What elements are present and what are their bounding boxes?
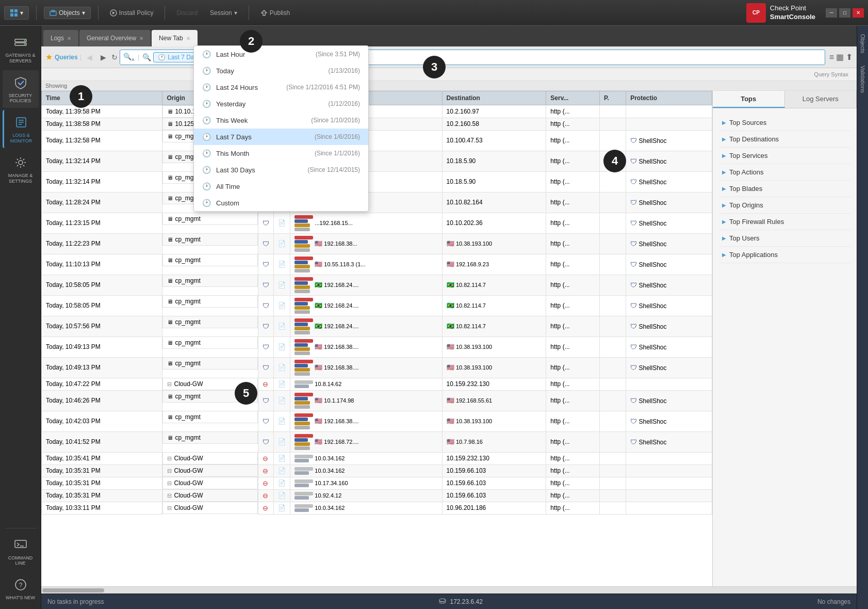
dropdown-item[interactable]: 🕐 All Time (194, 178, 368, 195)
table-row[interactable]: Today, 11:23:15 PM🖥 cp_mgmt🛡📄 ...192.168… (42, 213, 712, 233)
maximize-button[interactable]: □ (839, 8, 850, 18)
tops-item[interactable]: ▶Top Firewall Rules (719, 214, 850, 230)
table-row[interactable]: Today, 11:22:23 PM🖥 cp_mgmt🛡📄 🇺🇸 192.168… (42, 233, 712, 254)
search-button[interactable]: 🔍 (142, 53, 151, 61)
cell-source: 10.8.14.62 (290, 378, 442, 390)
tab-general-overview[interactable]: General Overview ✕ (79, 30, 151, 46)
cell-shield-icon: 🛡 (258, 336, 274, 357)
table-row[interactable]: Today, 11:28:24 PM🖥 cp_mgmt🛡📄 ...9.1.144… (42, 192, 712, 213)
table-row[interactable]: Today, 11:39:58 PM🖥 10.10.15......0.7.21… (42, 105, 712, 118)
tab-new-tab[interactable]: New Tab ✕ (152, 30, 197, 46)
sidebar-item-security-policies[interactable]: SECURITY POLICIES (3, 70, 39, 108)
app-menu-button[interactable]: ▾ (4, 6, 29, 20)
table-row[interactable]: Today, 10:35:41 PM⊟ Cloud-GW⊖📄 10.0.34.1… (42, 452, 712, 464)
table-row[interactable]: Today, 10:35:31 PM⊟ Cloud-GW⊖📄 10.17.34.… (42, 477, 712, 489)
tab-label: Logs (51, 35, 64, 42)
sidebar-item-command-line[interactable]: COMMAND LINE (3, 533, 39, 571)
cell-destination: 🇧🇷 10.82.114.7 (442, 316, 546, 336)
log-table-area[interactable]: Time Origin Source Destination Serv... P… (41, 91, 712, 586)
table-row[interactable]: Today, 10:41:52 PM🖥 cp_mgmt🛡📄 🇺🇸 192.168… (42, 431, 712, 452)
tops-item[interactable]: ▶Top Origins (719, 197, 850, 214)
validations-strip-item[interactable]: Validations (859, 59, 867, 99)
table-row[interactable]: Today, 10:57:56 PM🖥 cp_mgmt🛡📄 🇧🇷 192.168… (42, 316, 712, 336)
cell-source: 🇧🇷 192.168.24.... (290, 295, 442, 316)
install-policy-button[interactable]: Install Policy (106, 7, 158, 19)
sidebar-item-manage-settings[interactable]: MANAGE & SETTINGS (3, 150, 39, 188)
table-row[interactable]: Today, 10:35:31 PM⊟ Cloud-GW⊖📄 10.92.4.1… (42, 489, 712, 502)
dropdown-item[interactable]: 🕐 This Week (Since 1/10/2016) (194, 112, 368, 129)
sidebar-item-whats-new[interactable]: ? WHAT'S NEW (3, 572, 39, 605)
tops-item[interactable]: ▶Top Applications (719, 247, 850, 263)
dropdown-item[interactable]: 🕐 Last Hour (Since 3:51 PM) (194, 46, 368, 62)
close-button[interactable]: ✕ (853, 8, 864, 18)
table-row[interactable]: Today, 10:49:13 PM🖥 cp_mgmt🛡📄 🇺🇸 192.168… (42, 336, 712, 357)
star-icon: ? (12, 576, 29, 593)
favorite-button[interactable]: ★ (45, 52, 53, 62)
scroll-thumb[interactable] (42, 588, 104, 592)
minimize-button[interactable]: ─ (826, 8, 837, 18)
dropdown-item[interactable]: 🕐 This Month (Since 1/1/2016) (194, 145, 368, 162)
session-button[interactable]: Session ▾ (206, 7, 241, 19)
tops-item[interactable]: ▶Top Users (719, 230, 850, 247)
tab-close-general[interactable]: ✕ (139, 36, 143, 41)
sidebar-item-logs-monitor[interactable]: LOGS & MONITOR (3, 110, 39, 148)
table-row[interactable]: Today, 10:35:31 PM⊟ Cloud-GW⊖📄 10.0.34.1… (42, 464, 712, 477)
table-row[interactable]: Today, 11:32:58 PM🖥 cp_mgmt🛡📄 ...2.103.8… (42, 130, 712, 151)
table-row[interactable]: Today, 11:32:14 PM🖥 cp_mgmt🛡📄 ...92.168.… (42, 171, 712, 192)
tops-item[interactable]: ▶Top Services (719, 148, 850, 164)
cell-shield-icon: 🛡 (258, 275, 274, 295)
sidebar-item-gateways[interactable]: GATEWAYS & SERVERS (3, 30, 39, 68)
cell-source: 🇺🇸 10.1.174.98 (290, 390, 442, 411)
tops-item[interactable]: ▶Top Destinations (719, 131, 850, 148)
table-row[interactable]: Today, 10:47:22 PM⊟ Cloud-GW⊖📄 10.8.14.6… (42, 378, 712, 390)
cell-source: 10.17.34.160 (290, 477, 442, 489)
tab-log-servers[interactable]: Log Servers (785, 91, 857, 108)
tab-close-logs[interactable]: ✕ (67, 36, 71, 41)
table-row[interactable]: Today, 10:58:05 PM🖥 cp_mgmt🛡📄 🇧🇷 192.168… (42, 275, 712, 295)
cell-destination: 10.159.66.103 (442, 464, 546, 477)
nav-back-button[interactable]: ◀ (84, 52, 95, 62)
sidebar-label: LOGS & MONITOR (6, 133, 37, 144)
tops-item[interactable]: ▶Top Blades (719, 181, 850, 197)
table-row[interactable]: Today, 11:32:14 PM🖥 cp_mgmt🛡📄 ...92.168.… (42, 151, 712, 171)
table-row[interactable]: Today, 10:46:26 PM🖥 cp_mgmt🛡📄 🇺🇸 10.1.17… (42, 390, 712, 411)
refresh-button[interactable]: ↻ (111, 53, 118, 61)
cell-protection (626, 464, 712, 477)
search-mode-button[interactable]: 🔍A (123, 53, 135, 62)
tab-logs[interactable]: Logs ✕ (43, 30, 78, 46)
cell-time: Today, 10:41:52 PM (42, 431, 162, 452)
export-button[interactable]: ⬆ (846, 52, 853, 62)
table-row[interactable]: Today, 10:42:03 PM🖥 cp_mgmt🛡📄 🇺🇸 192.168… (42, 411, 712, 431)
dropdown-item[interactable]: 🕐 Last 30 Days (Since 12/14/2015) (194, 162, 368, 178)
objects-button[interactable]: Objects ▾ (44, 7, 91, 19)
svg-rect-2 (10, 13, 13, 17)
table-row[interactable]: Today, 11:38:58 PM🖥 10.125.19......0.7.2… (42, 118, 712, 130)
dropdown-item[interactable]: 🕐 Custom (194, 195, 368, 211)
dropdown-item-since: (Since 3:51 PM) (316, 51, 360, 58)
nav-forward-button[interactable]: ▶ (97, 52, 109, 62)
columns-button[interactable]: ▦ (836, 52, 844, 62)
dropdown-item[interactable]: 🕐 Today (1/13/2016) (194, 62, 368, 79)
dropdown-item-since: (1/13/2016) (329, 67, 360, 74)
dropdown-item[interactable]: 🕐 Yesterday (1/12/2016) (194, 95, 368, 112)
tops-item[interactable]: ▶Top Sources (719, 115, 850, 131)
dropdown-item[interactable]: 🕐 Last 24 Hours (Since 1/12/2016 4:51 PM… (194, 79, 368, 95)
view-options-button[interactable]: ≡ (829, 52, 834, 62)
tops-item[interactable]: ▶Top Actions (719, 164, 850, 181)
table-scroll-bar[interactable] (41, 586, 857, 594)
cell-shield-icon: 🛡 (258, 233, 274, 254)
cell-protection: 🛡 ShellShoc (626, 336, 712, 357)
discard-button[interactable]: Discard (172, 7, 202, 19)
toolbar: ★ Queries | ◀ ▶ ↻ 🔍A | 🔍 🕐 Last 7 Day ▾ … (41, 46, 857, 68)
queries-button[interactable]: Queries (55, 54, 78, 61)
table-row[interactable]: Today, 10:49:13 PM🖥 cp_mgmt🛡📄 🇺🇸 192.168… (42, 357, 712, 378)
dropdown-item[interactable]: 🕐 Last 7 Days (Since 1/6/2016) (194, 129, 368, 145)
table-row[interactable]: Today, 10:33:11 PM⊟ Cloud-GW⊖📄 10.0.34.1… (42, 502, 712, 514)
tab-tops[interactable]: Tops (713, 91, 785, 108)
query-syntax-label[interactable]: Query Syntax (810, 69, 853, 79)
table-row[interactable]: Today, 11:10:13 PM🖥 cp_mgmt🛡📄 🇺🇸 10.55.1… (42, 254, 712, 275)
table-row[interactable]: Today, 10:58:05 PM🖥 cp_mgmt🛡📄 🇧🇷 192.168… (42, 295, 712, 316)
publish-button[interactable]: Publish (256, 7, 294, 19)
tab-close-new[interactable]: ✕ (186, 36, 190, 41)
objects-strip-item[interactable]: Objects (859, 28, 867, 59)
